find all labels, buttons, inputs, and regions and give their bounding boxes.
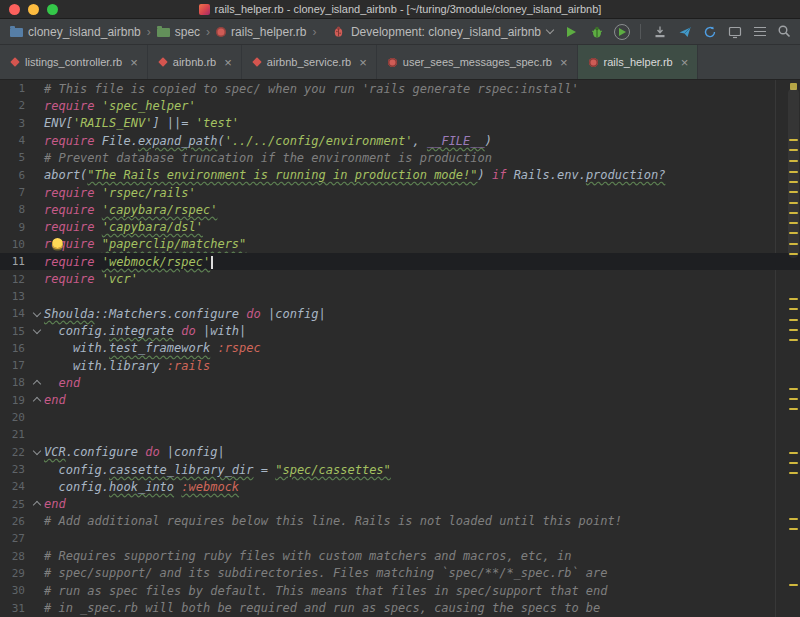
debug-button[interactable] [587, 22, 606, 41]
warning-stripe-mark[interactable] [789, 452, 798, 454]
warning-stripe-mark[interactable] [789, 308, 798, 310]
breadcrumb-item[interactable]: rails_helper.rb [214, 24, 308, 40]
code-line[interactable]: 24 config.hook_into :webmock [0, 478, 800, 495]
code-line[interactable]: 8require 'capybara/rspec' [0, 201, 800, 218]
warning-stripe-mark[interactable] [789, 222, 798, 224]
code-line[interactable]: 26# Add additional requires below this l… [0, 513, 800, 530]
code-line[interactable]: 31# in _spec.rb will both be required an… [0, 599, 800, 616]
editor-tab[interactable]: listings_controller.rb× [0, 45, 148, 79]
warning-stripe-mark[interactable] [789, 232, 798, 234]
warning-stripe-mark[interactable] [789, 518, 798, 520]
warning-stripe-mark[interactable] [789, 398, 798, 400]
code-text: # spec/support/ and its subdirectories. … [44, 566, 608, 580]
warning-stripe-mark[interactable] [789, 528, 798, 530]
warning-stripe-mark[interactable] [789, 298, 798, 300]
code-line[interactable]: 12require 'vcr' [0, 270, 800, 287]
breadcrumb-item[interactable]: cloney_island_airbnb [8, 24, 143, 40]
code-line[interactable]: 13 [0, 288, 800, 305]
close-tab-icon[interactable]: × [224, 56, 232, 69]
code-text: config.cassette_library_dir = "spec/cass… [44, 463, 391, 477]
editor-tab[interactable]: airbnb.rb× [148, 45, 242, 79]
close-tab-icon[interactable]: × [359, 56, 367, 69]
code-line[interactable]: 21 [0, 426, 800, 443]
warning-stripe-mark[interactable] [789, 149, 798, 151]
code-line[interactable]: 15 config.integrate do |with| [0, 322, 800, 339]
fold-up-icon[interactable] [30, 379, 44, 387]
code-line[interactable]: 29# spec/support/ and its subdirectories… [0, 565, 800, 582]
run-with-coverage-button[interactable] [612, 22, 631, 41]
line-number: 14 [0, 307, 30, 320]
warning-stripe-mark[interactable] [789, 212, 798, 214]
warning-stripe-mark[interactable] [789, 139, 798, 141]
zoom-window-button[interactable] [47, 4, 58, 15]
code-line[interactable]: 23 config.cassette_library_dir = "spec/c… [0, 461, 800, 478]
warning-stripe-mark[interactable] [789, 243, 798, 245]
code-line[interactable]: 19end [0, 392, 800, 409]
error-stripe[interactable] [787, 80, 800, 617]
code-line[interactable]: 10require "paperclip/matchers" [0, 236, 800, 253]
line-number: 28 [0, 550, 30, 563]
code-line[interactable]: 20 [0, 409, 800, 426]
close-window-button[interactable] [9, 4, 20, 15]
close-tab-icon[interactable]: × [681, 56, 689, 69]
warning-stripe-mark[interactable] [789, 584, 798, 586]
warning-stripe-mark[interactable] [789, 160, 798, 162]
code-line[interactable]: 3ENV['RAILS_ENV'] ||= 'test' [0, 115, 800, 132]
code-line[interactable]: 6abort("The Rails environment is running… [0, 167, 800, 184]
code-line[interactable]: 11require 'webmock/rspec' [0, 253, 800, 270]
minimize-window-button[interactable] [28, 4, 39, 15]
code-line[interactable]: 4require File.expand_path('../../config/… [0, 132, 800, 149]
code-line[interactable]: 30# run as spec files by default. This m… [0, 582, 800, 599]
editor-tab[interactable]: rails_helper.rb× [578, 45, 699, 79]
fold-up-icon[interactable] [30, 500, 44, 508]
code-line[interactable]: 25end [0, 496, 800, 513]
code-line[interactable]: 9require 'capybara/dsl' [0, 219, 800, 236]
line-number: 5 [0, 151, 30, 164]
warning-stripe-mark[interactable] [789, 408, 798, 410]
code-line[interactable]: 28# Requires supporting ruby files with … [0, 547, 800, 564]
warning-stripe-mark[interactable] [789, 339, 798, 341]
warning-stripe-mark[interactable] [789, 319, 798, 321]
fold-down-icon[interactable] [30, 312, 44, 316]
fold-down-icon[interactable] [30, 329, 44, 333]
code-line[interactable]: 1# This file is copied to spec/ when you… [0, 80, 800, 97]
code-line[interactable]: 18 end [0, 374, 800, 391]
code-line[interactable]: 5# Prevent database truncation if the en… [0, 149, 800, 166]
warning-stripe-mark[interactable] [789, 329, 798, 331]
run-button[interactable] [562, 22, 581, 41]
code-line[interactable]: 14Shoulda::Matchers.configure do |config… [0, 305, 800, 322]
editor-tab[interactable]: user_sees_messages_spec.rb× [377, 45, 578, 79]
warning-stripe-mark[interactable] [789, 388, 798, 390]
code-line[interactable]: 2require 'spec_helper' [0, 97, 800, 114]
fold-down-icon[interactable] [30, 450, 44, 454]
breadcrumb-item[interactable]: spec [155, 24, 202, 40]
code-line[interactable]: 17 with.library :rails [0, 357, 800, 374]
history-button[interactable] [700, 22, 719, 41]
run-config-selector[interactable]: Development: cloney_island_airbnb [329, 24, 556, 40]
warning-stripe-mark[interactable] [789, 253, 798, 255]
code-line[interactable]: 27 [0, 530, 800, 547]
terminal-button[interactable] [725, 22, 744, 41]
warning-stripe-mark[interactable] [789, 171, 798, 173]
code-area[interactable]: 1# This file is copied to spec/ when you… [0, 80, 800, 617]
close-tab-icon[interactable]: × [560, 56, 568, 69]
warning-stripe-mark[interactable] [789, 181, 798, 183]
warning-stripe-mark[interactable] [789, 472, 798, 474]
menu-button[interactable] [750, 22, 769, 41]
code-text: require File.expand_path('../../config/e… [44, 134, 492, 148]
code-line[interactable]: 16 with.test_framework :rspec [0, 340, 800, 357]
editor[interactable]: 1# This file is copied to spec/ when you… [0, 80, 800, 617]
close-tab-icon[interactable]: × [130, 56, 138, 69]
deploy-button[interactable] [675, 22, 694, 41]
fold-up-icon[interactable] [30, 396, 44, 404]
warning-stripe-mark[interactable] [789, 191, 798, 193]
search-everywhere-button[interactable] [775, 22, 794, 41]
code-line[interactable]: 22VCR.configure do |config| [0, 444, 800, 461]
line-number: 7 [0, 186, 30, 199]
editor-tab[interactable]: airbnb_service.rb× [242, 45, 377, 79]
code-line[interactable]: 7require 'rspec/rails' [0, 184, 800, 201]
warning-stripe-mark[interactable] [789, 202, 798, 204]
update-project-button[interactable] [650, 22, 669, 41]
intention-bulb-icon[interactable] [52, 238, 63, 249]
warning-stripe-mark[interactable] [789, 462, 798, 464]
